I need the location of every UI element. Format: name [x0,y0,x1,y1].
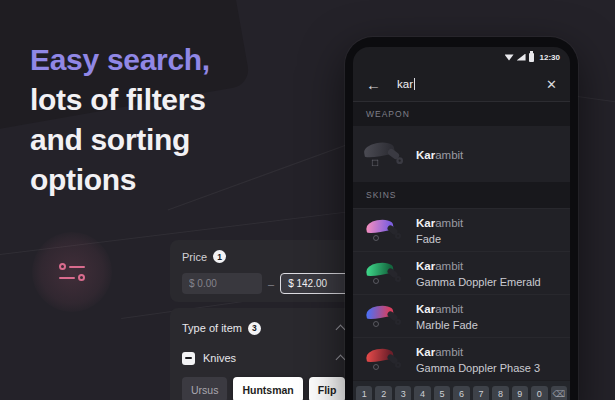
battery-icon [529,53,534,62]
type-of-item-label: Type of item [182,322,242,334]
hero-heading: Easy search, lots of filters and sorting… [30,40,210,200]
cell-signal-icon [517,54,526,61]
keyboard-number-row: 1 2 3 4 5 6 7 8 9 0 ⌫ [353,381,570,400]
rest-text: ambit [435,149,463,161]
skin-result-row[interactable]: Karambit Marble Fade [353,294,570,337]
skin-name: Gamma Doppler Phase 3 [416,360,540,376]
section-header-weapon: WEAPON [353,102,570,126]
karambit-fade-icon [365,217,403,243]
type-filter-card: Type of item 3 Knives Ursus Huntsman Fli… [170,308,356,400]
skin-result-row[interactable]: Karambit Fade [353,208,570,251]
chip-huntsman[interactable]: Huntsman [233,377,302,400]
key-8[interactable]: 8 [492,386,508,400]
karambit-gamma-doppler-phase3-icon [365,346,403,372]
status-time: 12:30 [540,53,560,62]
chevron-up-icon[interactable] [336,325,346,335]
hero-line: options [30,160,210,200]
phone-screen: 12:30 ← kar ✕ WEAPON Karambit SKINS [353,47,570,400]
phone-mockup: 12:30 ← kar ✕ WEAPON Karambit SKINS [345,37,578,400]
key-1[interactable]: 1 [356,386,372,400]
key-0[interactable]: 0 [531,386,547,400]
filter-glow-circle [32,232,112,312]
skin-name: Marble Fade [416,317,478,333]
hero-line: lots of filters [30,80,210,120]
chip-flip[interactable]: Flip [309,377,346,400]
section-header-skins: SKINS [353,182,570,208]
key-4[interactable]: 4 [414,386,430,400]
chip-ursus[interactable]: Ursus [182,377,227,400]
knives-checkbox[interactable] [182,352,195,365]
type-of-item-header[interactable]: Type of item 3 [182,318,344,338]
sliders-icon [59,260,85,285]
search-bar: ← kar ✕ [353,67,570,101]
skin-name: Fade [416,231,463,247]
key-5[interactable]: 5 [434,386,450,400]
type-count-badge: 3 [248,322,261,335]
karambit-marble-fade-icon [365,303,403,329]
hero-line: and sorting [30,120,210,160]
chevron-up-icon[interactable] [336,355,346,365]
key-7[interactable]: 7 [473,386,489,400]
clear-search-icon[interactable]: ✕ [546,78,557,91]
price-filter-card: Price 1 – [170,240,356,302]
karambit-gamma-doppler-emerald-icon [365,260,403,286]
match-text: Kar [416,149,435,161]
search-input[interactable]: kar [397,78,413,90]
status-bar: 12:30 [353,47,570,67]
price-min-input[interactable] [182,273,262,294]
weapon-result-row[interactable]: Karambit [353,126,570,182]
skin-name: Gamma Doppler Emerald [416,274,541,290]
price-max-input[interactable] [280,273,354,294]
key-6[interactable]: 6 [453,386,469,400]
back-arrow-icon[interactable]: ← [366,77,381,92]
karambit-icon [363,139,406,168]
key-2[interactable]: 2 [375,386,391,400]
price-count-badge: 1 [213,250,226,263]
skin-result-row[interactable]: Karambit Gamma Doppler Emerald [353,251,570,294]
knives-group-row[interactable]: Knives [182,348,344,368]
key-9[interactable]: 9 [512,386,528,400]
key-backspace[interactable]: ⌫ [551,386,567,400]
knives-label: Knives [203,352,236,364]
wifi-icon [505,54,514,61]
text-cursor [414,78,416,90]
price-range-separator: – [268,278,274,290]
hero-line-accent: Easy search, [30,40,210,80]
key-3[interactable]: 3 [395,386,411,400]
price-label: Price [182,251,207,263]
skin-result-row[interactable]: Karambit Gamma Doppler Phase 3 [353,337,570,380]
